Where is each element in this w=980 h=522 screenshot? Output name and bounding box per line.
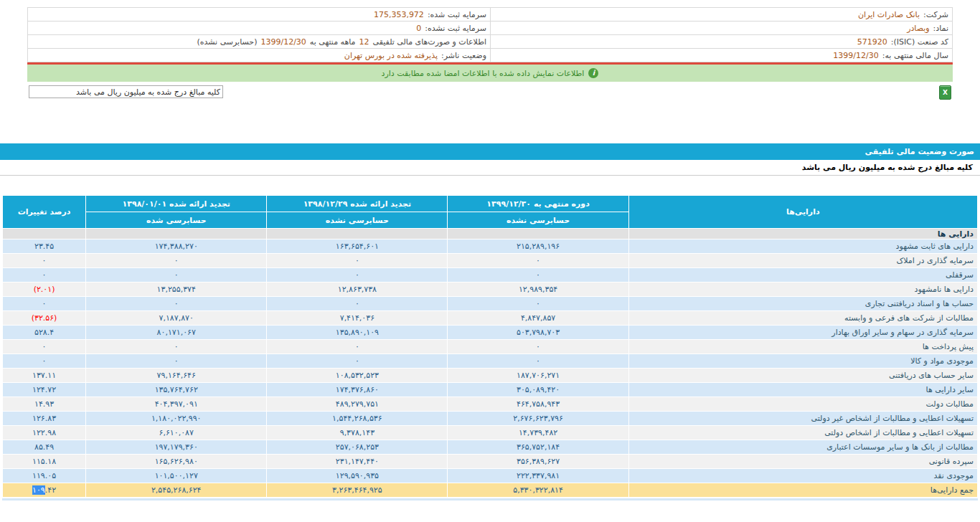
percent-change-cell: ۵۲۸.۴ <box>3 326 86 340</box>
value-1399-12-30-cell: ۳۶۵,۷۵۲,۱۸۴ <box>448 440 628 455</box>
percent-change-cell: ۰ <box>3 354 86 369</box>
percent-change-cell: ۱۲۲.۹۸ <box>3 426 86 440</box>
value-1398-01-01-cell <box>86 229 267 239</box>
financial-statement-page: { "colors":{ "accent_cyan":"#18a6d4","ba… <box>0 0 980 522</box>
value-1399-12-30-cell: ۰ <box>448 354 628 369</box>
isic-value: 571920 <box>857 37 887 47</box>
audit-status-current: حسابرسی نشده <box>448 212 628 229</box>
percent-change-cell: (۳۲.۵۶) <box>3 311 86 326</box>
value-1398-12-29-cell: ۱۷۴,۳۷۶,۸۶۰ <box>267 383 448 397</box>
value-1398-12-29-cell: ۱۰۸,۵۳۲,۵۲۳ <box>267 369 448 383</box>
publisher-status-label: وضعیت ناشر: <box>441 51 486 60</box>
table-row: سایر دارایی ها ۳۰۵,۰۸۹,۴۲۰ ۱۷۴,۳۷۶,۸۶۰ ۱… <box>3 383 978 397</box>
value-1398-01-01-cell: ۱۳۵,۷۶۴,۷۶۲ <box>86 383 267 397</box>
table-row: دارایی ها نامشهود ۱۲,۹۸۹,۳۵۴ ۱۲,۸۶۳,۷۳۸ … <box>3 283 978 297</box>
symbol-label: نماد: <box>933 24 948 33</box>
value-1398-12-29-cell: ۱,۵۴۴,۲۶۸,۵۳۶ <box>267 412 448 426</box>
asset-name-cell: موجودی نقد <box>628 469 977 483</box>
symbol-cell: نماد: وبصادر <box>490 22 952 34</box>
symbol-value: وبصادر <box>907 24 929 33</box>
percent-change-cell: (۲.۰۱) <box>3 283 86 297</box>
table-row: دارایی های ثابت مشهود ۲۱۵,۲۸۹,۱۹۶ ۱۶۳,۶۵… <box>3 239 978 254</box>
statement-mid: ماهه منتهی به <box>310 37 356 47</box>
info-row-symbol: نماد: وبصادر سرمایه ثبت نشده: 0 <box>28 22 952 35</box>
value-1399-12-30-cell: ۵,۳۳۰,۳۲۲,۸۱۴ <box>448 483 628 498</box>
value-1398-12-29-cell: ۱۶۳,۶۵۴,۶۰۱ <box>267 239 448 254</box>
statement-title: صورت وضعیت مالی تلفیقی <box>865 147 975 156</box>
value-1399-12-30-cell: ۳۵۶,۳۸۹,۶۲۷ <box>448 455 628 469</box>
unregistered-capital-label: سرمایه ثبت نشده: <box>425 24 486 33</box>
percent-change-cell <box>3 229 86 239</box>
table-row: حساب ها و اسناد دریافتنی تجاری ۰ ۰ ۰ ۰ <box>3 297 978 311</box>
value-1399-12-30-cell: ۵۰۳,۷۹۸,۷۰۳ <box>448 326 628 340</box>
unit-note-text: کلیه مبالغ درج شده به میلیون ریال می باش… <box>802 163 973 172</box>
assets-table-head: دارایی‌ها دوره منتهی به ۱۳۹۹/۱۲/۳۰ تجدید… <box>3 196 978 229</box>
asset-name-cell: مطالبات از بانک ها و سایر موسسات اعتباری <box>628 440 977 455</box>
audit-status-1398-01: حسابرسی شده <box>86 212 267 229</box>
fiscal-year-value: 1399/12/30 <box>833 51 878 60</box>
value-1398-01-01-cell: ۰ <box>86 297 267 311</box>
value-1398-12-29-cell: ۹,۳۷۸,۱۴۳ <box>267 426 448 440</box>
percent-change-cell: ۱۱۵.۱۸ <box>3 455 86 469</box>
value-1398-01-01-cell: ۰ <box>86 254 267 268</box>
company-info-table: شرکت: بانک صادرات ایران سرمایه ثبت شده: … <box>27 7 953 62</box>
value-1399-12-30-cell: ۴,۸۴۷,۸۵۷ <box>448 311 628 326</box>
unregistered-capital-value: 0 <box>416 24 421 33</box>
table-row: سرمایه گذاری در سهام و سایر اوراق بهادار… <box>3 326 978 340</box>
company-value: بانک صادرات ایران <box>858 10 920 19</box>
value-1399-12-30-cell <box>448 229 628 239</box>
value-1398-01-01-cell: ۱۶۵,۶۲۶,۹۸۰ <box>86 455 267 469</box>
asset-name-cell: موجودی مواد و کالا <box>628 354 977 369</box>
statement-months: 12 <box>359 37 369 47</box>
statement-title-bar: صورت وضعیت مالی تلفیقی <box>0 143 980 160</box>
asset-name-cell: دارایی های ثابت مشهود <box>628 239 977 254</box>
asset-name-cell: تسهیلات اعطایی و مطالبات از اشخاص غیر دو… <box>628 412 977 426</box>
asset-name-cell: تسهیلات اعطایی و مطالبات از اشخاص دولتی <box>628 426 977 440</box>
publisher-status-cell: وضعیت ناشر: پذیرفته شده در بورس تهران <box>28 49 490 62</box>
table-row: موجودی مواد و کالا ۰ ۰ ۰ ۰ <box>3 354 978 369</box>
value-1399-12-30-cell: ۲,۶۷۶,۶۲۳,۷۹۶ <box>448 412 628 426</box>
value-1398-12-29-cell: ۲۳۱,۱۴۷,۴۴۰ <box>267 455 448 469</box>
table-row: سرقفلی ۰ ۰ ۰ ۰ <box>3 268 978 283</box>
value-1399-12-30-cell: ۱۲,۹۸۹,۳۵۴ <box>448 283 628 297</box>
info-row-company: شرکت: بانک صادرات ایران سرمایه ثبت شده: … <box>28 8 952 22</box>
selected-text: ۱۰۹ <box>32 485 45 495</box>
asset-name-cell: سرمایه گذاری در سهام و سایر اوراق بهادار <box>628 326 977 340</box>
value-1398-01-01-cell: ۶,۶۱۰,۰۸۷ <box>86 426 267 440</box>
percent-change-cell: ۱۳۷.۱۱ <box>3 369 86 383</box>
statement-prefix: اطلاعات و صورت‌های مالی تلفیقی <box>373 37 486 47</box>
next-row-sliver <box>2 498 978 500</box>
isic-label: کد صنعت (ISIC): <box>891 37 948 47</box>
percent-change-cell: ۰ <box>3 268 86 283</box>
value-1399-12-30-cell: ۱۸۷,۷۰۶,۲۷۱ <box>448 369 628 383</box>
value-1398-01-01-cell: ۷,۱۸۷,۸۷۰ <box>86 311 267 326</box>
percent-change-cell: ۱۰۹.۴۲ <box>3 483 86 498</box>
statement-period-cell: اطلاعات و صورت‌های مالی تلفیقی 12 ماهه م… <box>28 35 490 48</box>
assets-table-wrap: دارایی‌ها دوره منتهی به ۱۳۹۹/۱۲/۳۰ تجدید… <box>2 195 978 498</box>
value-1398-12-29-cell: ۱۲,۸۶۳,۷۳۸ <box>267 283 448 297</box>
percent-change-cell: ۸۵.۴۹ <box>3 440 86 455</box>
asset-name-cell: حساب ها و اسناد دریافتنی تجاری <box>628 297 977 311</box>
value-1398-12-29-cell: ۳,۲۶۳,۴۶۴,۹۲۵ <box>267 483 448 498</box>
signature-match-text: اطلاعات نمایش داده شده با اطلاعات امضا ش… <box>382 69 585 78</box>
audit-status-1398-12: حسابرسی نشده <box>267 212 448 229</box>
unit-select-value: کلیه مبالغ درج شده به میلیون ریال می باش… <box>76 87 220 97</box>
table-row: سرمایه گذاری در املاک ۰ ۰ ۰ ۰ <box>3 254 978 268</box>
assets-column-header: دارایی‌ها <box>628 196 977 229</box>
excel-export-icon[interactable]: X <box>939 85 951 100</box>
asset-name-cell: سایر حساب های دریافتنی <box>628 369 977 383</box>
table-row: سایر حساب های دریافتنی ۱۸۷,۷۰۶,۲۷۱ ۱۰۸,۵… <box>3 369 978 383</box>
unit-select[interactable]: کلیه مبالغ درج شده به میلیون ریال می باش… <box>29 85 223 98</box>
period-restated-1398-12-header: تجدید ارائه شده ۱۳۹۸/۱۲/۲۹ <box>267 196 448 212</box>
table-row: مطالبات از بانک ها و سایر موسسات اعتباری… <box>3 440 978 455</box>
table-row: سپرده قانونی ۳۵۶,۳۸۹,۶۲۷ ۲۳۱,۱۴۷,۴۴۰ ۱۶۵… <box>3 455 978 469</box>
value-1399-12-30-cell: ۰ <box>448 340 628 354</box>
value-1399-12-30-cell: ۲۲۲,۳۳۷,۹۸۱ <box>448 469 628 483</box>
assets-table: دارایی‌ها دوره منتهی به ۱۳۹۹/۱۲/۳۰ تجدید… <box>2 195 978 498</box>
value-1398-12-29-cell: ۲۵۷,۰۶۸,۲۵۳ <box>267 440 448 455</box>
registered-capital-cell: سرمایه ثبت شده: 175,353,972 <box>28 8 490 21</box>
value-1398-12-29-cell <box>267 229 448 239</box>
asset-name-cell: پیش پرداخت ها <box>628 340 977 354</box>
table-row: پیش پرداخت ها ۰ ۰ ۰ ۰ <box>3 340 978 354</box>
percent-change-cell: ۰ <box>3 297 86 311</box>
